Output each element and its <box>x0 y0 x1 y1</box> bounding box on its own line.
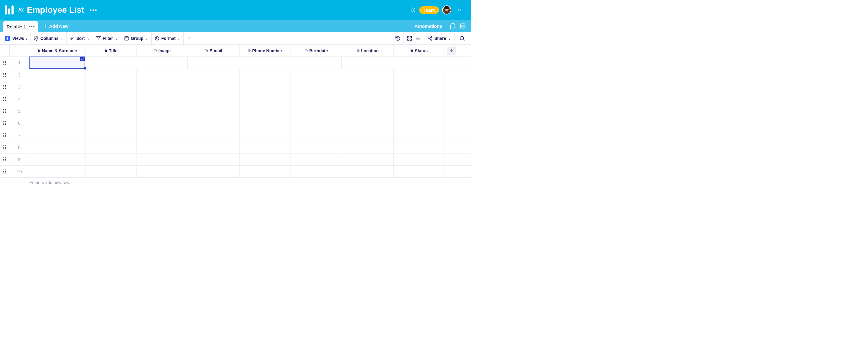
cell[interactable] <box>188 69 240 81</box>
row-drag-handle[interactable] <box>0 57 10 69</box>
cell[interactable] <box>137 81 188 93</box>
cell[interactable] <box>188 57 239 69</box>
cell[interactable] <box>136 57 188 69</box>
theme-toggle-icon[interactable] <box>409 7 416 13</box>
cell[interactable] <box>137 105 188 117</box>
cell[interactable] <box>290 57 342 69</box>
cell[interactable] <box>188 153 240 165</box>
row-number[interactable]: 7 <box>10 129 29 141</box>
column-header-email[interactable]: Tr E-mail <box>188 45 240 57</box>
cell[interactable] <box>342 81 394 93</box>
toolbar-add-button[interactable]: + <box>184 32 194 44</box>
cell[interactable] <box>137 142 188 153</box>
cell[interactable] <box>137 117 188 129</box>
column-header-phone[interactable]: Tr Phone Number <box>240 45 291 57</box>
cell[interactable] <box>342 57 393 69</box>
cell[interactable] <box>291 81 342 93</box>
cell[interactable] <box>85 57 136 69</box>
cell[interactable] <box>394 117 445 129</box>
cell[interactable] <box>188 165 240 177</box>
cell[interactable] <box>291 93 342 105</box>
tab-retable-1[interactable]: Retable 1 <box>3 21 38 32</box>
cell[interactable] <box>394 81 445 93</box>
sort-dropdown[interactable]: Sort ⌄ <box>67 32 93 44</box>
cell[interactable] <box>342 153 394 165</box>
cell[interactable] <box>291 129 342 141</box>
history-button[interactable] <box>392 32 403 44</box>
row-number[interactable]: 3 <box>10 81 29 93</box>
row-drag-handle[interactable] <box>0 93 10 105</box>
cell[interactable] <box>342 105 394 117</box>
row-number[interactable]: 8 <box>10 142 29 153</box>
title-more-menu[interactable] <box>90 9 97 11</box>
search-button[interactable] <box>455 32 469 44</box>
cell[interactable] <box>394 165 445 177</box>
cell[interactable] <box>137 165 188 177</box>
cell[interactable] <box>291 153 342 165</box>
cell[interactable] <box>393 57 444 69</box>
column-header-location[interactable]: Tr Location <box>342 45 394 57</box>
column-header-title[interactable]: Tr Title <box>86 45 137 57</box>
cell[interactable] <box>86 129 137 141</box>
cell[interactable] <box>394 93 445 105</box>
filter-dropdown[interactable]: Filter ⌄ <box>93 32 121 44</box>
add-column-button[interactable]: + <box>447 47 456 55</box>
row-number[interactable]: 9 <box>10 153 29 165</box>
cell[interactable] <box>342 165 394 177</box>
cell[interactable] <box>29 153 86 165</box>
list-view-icon[interactable] <box>415 36 421 41</box>
column-header-birthdate[interactable]: Tr Birthdate <box>291 45 342 57</box>
row-drag-handle[interactable] <box>0 69 10 81</box>
collaborators-icon[interactable] <box>18 7 25 13</box>
row-drag-handle[interactable] <box>0 153 10 165</box>
grid-view-icon[interactable] <box>407 36 412 41</box>
share-button[interactable]: Share ⌄ <box>424 32 455 44</box>
cell[interactable] <box>188 129 240 141</box>
cell[interactable] <box>86 142 137 153</box>
cell[interactable] <box>342 117 394 129</box>
cell[interactable] <box>188 117 240 129</box>
views-dropdown[interactable]: 1 Views › <box>2 32 31 44</box>
cell[interactable] <box>342 93 394 105</box>
row-drag-handle[interactable] <box>0 105 10 117</box>
cell[interactable] <box>86 153 137 165</box>
row-number[interactable]: 4 <box>10 93 29 105</box>
row-number[interactable]: 1 <box>10 57 29 69</box>
panel-toggle-icon[interactable] <box>460 23 466 29</box>
cell[interactable] <box>86 117 137 129</box>
cell[interactable] <box>86 81 137 93</box>
cell[interactable] <box>137 93 188 105</box>
cell[interactable] <box>342 129 394 141</box>
cell[interactable] <box>240 153 291 165</box>
cell[interactable] <box>291 165 342 177</box>
cell[interactable] <box>188 105 240 117</box>
cell[interactable] <box>291 117 342 129</box>
column-header-image[interactable]: Tr Image <box>137 45 188 57</box>
cell[interactable] <box>291 142 342 153</box>
expand-cell-icon[interactable] <box>80 57 85 61</box>
cell[interactable] <box>394 105 445 117</box>
cell[interactable] <box>240 117 291 129</box>
cell[interactable] <box>29 81 86 93</box>
cell[interactable] <box>240 165 291 177</box>
tab-more-menu[interactable] <box>29 26 34 27</box>
cell[interactable] <box>29 142 86 153</box>
cell[interactable] <box>86 165 137 177</box>
cell[interactable] <box>29 129 86 141</box>
cell[interactable] <box>29 69 86 81</box>
columns-dropdown[interactable]: Columns ⌄ <box>31 32 67 44</box>
format-dropdown[interactable]: Format ⌄ <box>152 32 184 44</box>
cell[interactable] <box>29 105 86 117</box>
row-number[interactable]: 5 <box>10 105 29 117</box>
app-logo[interactable] <box>5 5 13 14</box>
cell[interactable] <box>137 153 188 165</box>
cell[interactable] <box>29 117 86 129</box>
header-more-menu[interactable] <box>457 7 463 13</box>
automations-link[interactable]: Automations <box>414 24 442 29</box>
row-drag-handle[interactable] <box>0 165 10 177</box>
cell[interactable] <box>291 105 342 117</box>
row-number[interactable]: 2 <box>10 69 29 81</box>
team-badge[interactable]: Team <box>419 6 439 14</box>
row-number[interactable]: 6 <box>10 117 29 129</box>
row-number[interactable]: 10 <box>10 165 29 177</box>
